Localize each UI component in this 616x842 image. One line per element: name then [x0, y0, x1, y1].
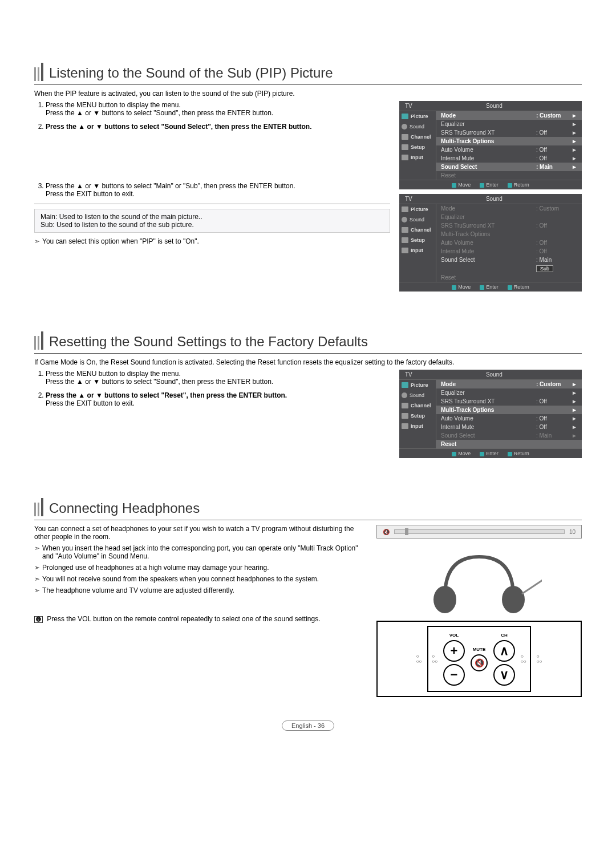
picture-icon — [402, 382, 408, 388]
setup-icon — [402, 413, 408, 419]
osd-title-tv: TV — [405, 103, 412, 109]
input-icon — [402, 423, 408, 429]
page-number: English - 36 — [282, 720, 334, 731]
step-text: Press the MENU button to display the men… — [46, 370, 181, 378]
ch-down-button[interactable]: ∨ — [493, 664, 515, 686]
step-text: Press the MENU button to display the men… — [46, 101, 181, 109]
sound-icon — [402, 217, 407, 222]
mute-button[interactable]: 🔇 — [471, 654, 488, 671]
intro-text: You can connect a set of headphones to y… — [34, 525, 367, 541]
footnote: 🅑 Press the VOL button on the remote con… — [34, 615, 367, 623]
section-title: Connecting Headphones — [49, 500, 200, 516]
headphone-volume-slider: 🔇 10 — [376, 525, 582, 539]
osd-title-sound: Sound — [486, 103, 502, 109]
sound-icon — [402, 392, 407, 398]
osd-menu-sub-select: TV Sound Picture Sound Channel Setup Inp… — [399, 194, 582, 292]
note-text: Prolonged use of headphones at a high vo… — [34, 564, 367, 572]
svg-point-0 — [433, 586, 456, 613]
sub-option: Sub — [536, 265, 553, 272]
osd-return: Return — [508, 182, 529, 188]
section-header-reset: Resetting the Sound Settings to the Fact… — [34, 331, 582, 350]
picture-icon — [402, 114, 408, 119]
channel-icon — [402, 134, 408, 140]
header-decor-icon — [34, 331, 43, 350]
remote-icon: 🅑 — [34, 616, 43, 623]
input-icon — [402, 248, 408, 253]
section-title: Resetting the Sound Settings to the Fact… — [49, 334, 368, 350]
mute-label: MUTE — [473, 647, 486, 652]
channel-icon — [402, 227, 408, 233]
osd-move: Move — [452, 182, 471, 188]
step-text: Press the EXIT button to exit. — [46, 399, 135, 407]
section-title: Listening to the Sound of the Sub (PIP) … — [49, 65, 333, 81]
definition-block: Main: Used to listen to the sound of the… — [34, 209, 390, 233]
page-footer: English - 36 — [34, 720, 582, 731]
channel-icon — [402, 403, 408, 408]
note-text: You will not receive sound from the spea… — [34, 575, 367, 583]
setup-icon — [402, 237, 408, 243]
pip-steps-list: Press the MENU button to display the men… — [34, 101, 390, 131]
speaker-icon: 🔇 — [383, 529, 390, 535]
osd-menu-sound-select: TV Sound Picture Sound Channel Setup Inp… — [399, 101, 582, 189]
section-header-headphones: Connecting Headphones — [34, 498, 582, 516]
reset-steps-list: Press the MENU button to display the men… — [34, 370, 390, 407]
input-icon — [402, 155, 408, 160]
note-text: When you insert the head set jack into t… — [34, 544, 367, 560]
step-text: Press the ▲ or ▼ buttons to select "Main… — [46, 182, 295, 190]
svg-line-2 — [522, 577, 542, 594]
step-text: Press the ▲ or ▼ buttons to select "Rese… — [46, 391, 287, 399]
def-sub: Sub: Used to listen to the sound of the … — [40, 221, 384, 229]
section-header-pip: Listening to the Sound of the Sub (PIP) … — [34, 63, 582, 81]
picture-icon — [402, 207, 408, 212]
osd-menu-reset: TV Sound Picture Sound Channel Setup Inp… — [399, 370, 582, 458]
setup-icon — [402, 144, 408, 150]
svg-point-1 — [502, 586, 525, 613]
tv-panel-diagram: ○○○ ○○○ VOL + − MUTE 🔇 CH ∧ ∨ — [376, 621, 582, 697]
note-text: The headphone volume and TV volume are a… — [34, 586, 367, 594]
ch-up-button[interactable]: ∧ — [493, 640, 515, 662]
osd-enter: Enter — [480, 182, 499, 188]
def-main: Main: Used to listen to the sound of the… — [40, 213, 384, 221]
vol-down-button[interactable]: − — [443, 664, 465, 686]
step-text: Press the ▲ or ▼ buttons to select "Soun… — [46, 378, 273, 386]
vol-up-button[interactable]: + — [443, 640, 465, 662]
step-text: Press the EXIT button to exit. — [46, 190, 135, 198]
intro-text: If Game Mode is On, the Reset Sound func… — [34, 358, 582, 366]
step-text: Press the ▲ or ▼ buttons to select "Soun… — [46, 109, 273, 117]
ch-label: CH — [501, 633, 508, 638]
vol-label: VOL — [449, 633, 459, 638]
note-text: You can select this option when "PIP" is… — [34, 237, 390, 245]
header-decor-icon — [34, 63, 43, 81]
header-decor-icon — [34, 498, 43, 516]
sound-icon — [402, 124, 407, 129]
intro-text: When the PIP feature is activated, you c… — [34, 90, 582, 98]
slider-value: 10 — [569, 529, 576, 535]
step-text: Press the ▲ or ▼ buttons to select "Soun… — [46, 123, 312, 131]
headphones-diagram-icon — [416, 545, 542, 614]
